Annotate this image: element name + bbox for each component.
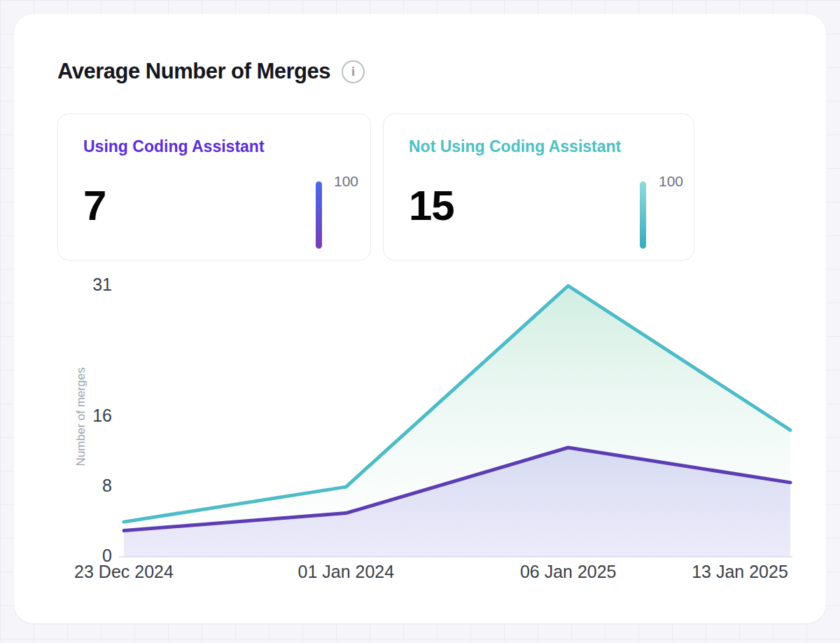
stat-card-value: 7 [83,181,106,230]
stat-card-label: Using Coding Assistant [83,137,265,156]
scale-max-label: 100 [334,173,358,190]
gradient-scale-bar [640,181,646,249]
stat-card-not-using-assistant: Not Using Coding Assistant 15 100 [383,113,694,261]
stat-card-value: 15 [409,181,454,230]
info-icon[interactable]: i [342,60,365,83]
stat-card-using-assistant: Using Coding Assistant 7 100 [57,113,371,261]
stat-card-label: Not Using Coding Assistant [409,137,621,156]
page-title: Average Number of Merges [57,59,330,84]
page-background: { "header": { "title": "Average Number o… [0,0,840,643]
gradient-scale-bar [316,181,322,249]
scale-max-label: 100 [659,173,683,190]
panel-header: Average Number of Merges i [57,59,365,84]
merges-panel: Average Number of Merges i Using Coding … [14,14,826,623]
